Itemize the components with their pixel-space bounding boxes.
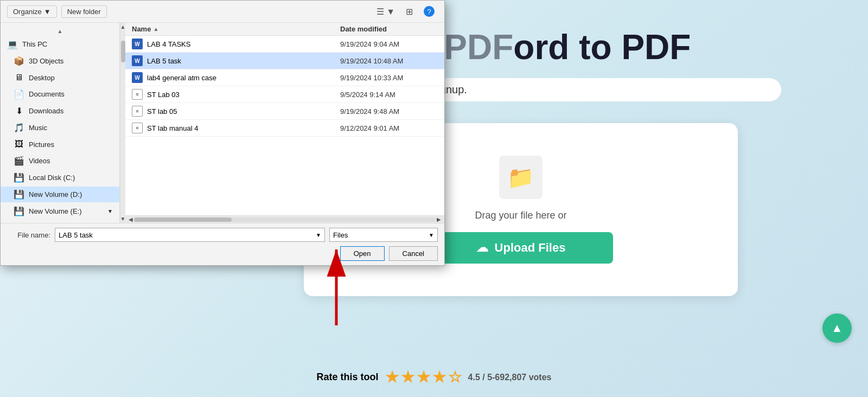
sidebar-scroll-up[interactable]: ▲ xyxy=(1,27,119,35)
star-rating: ★ ★ ★ ★ ☆ xyxy=(385,368,462,386)
scroll-to-top-button[interactable]: ▲ xyxy=(822,313,852,343)
sidebar-label-desktop: Desktop xyxy=(29,74,55,82)
new-volume-e-icon: 💾 xyxy=(14,206,24,216)
upload-cloud-icon: ☁ xyxy=(476,241,488,255)
file-date-st-lab-03: 9/5/2024 9:14 AM xyxy=(340,91,438,99)
organize-button[interactable]: Organize ▼ xyxy=(7,5,57,18)
sidebar-item-desktop[interactable]: 🖥 Desktop xyxy=(1,70,119,85)
dialog-filelist: Name ▲ Date modified W LAB 4 TASKS 9/19/… xyxy=(125,23,444,223)
filename-dropdown-arrow: ▼ xyxy=(316,232,321,238)
pane-icon: ⊞ xyxy=(406,7,413,17)
pane-button[interactable]: ⊞ xyxy=(403,4,416,19)
filetype-value: Files xyxy=(333,231,348,239)
videos-icon: 🎬 xyxy=(14,156,24,166)
sidebar-vscroll-up[interactable]: ▲ xyxy=(120,24,126,30)
text-icon-st-lab-manual-4: ≡ xyxy=(132,123,143,133)
sidebar-vscroll-down[interactable]: ▼ xyxy=(120,216,126,222)
file-name-lab5-task: LAB 5 task xyxy=(147,57,340,65)
help-button[interactable]: ? xyxy=(420,4,438,19)
filetype-select[interactable]: Files ▼ xyxy=(329,228,438,242)
file-row-lab5-task[interactable]: W LAB 5 task 9/19/2024 10:48 AM xyxy=(125,53,444,69)
sidebar-item-local-disk-c[interactable]: 💾 Local Disk (C:) xyxy=(1,170,119,185)
sidebar-vscroll-thumb[interactable] xyxy=(121,41,125,62)
sidebar-label-new-volume-e: New Volume (E:) xyxy=(29,207,82,215)
sidebar-item-music[interactable]: 🎵 Music xyxy=(1,120,119,136)
sidebar-label-downloads: Downloads xyxy=(29,107,63,115)
cancel-button[interactable]: Cancel xyxy=(389,246,438,261)
file-date-lab4-general: 9/19/2024 10:33 AM xyxy=(340,74,438,82)
file-name-st-lab-manual-4: ST lab manual 4 xyxy=(147,124,340,132)
filetype-dropdown-arrow: ▼ xyxy=(429,232,434,238)
sidebar-item-3d-objects[interactable]: 📦 3D Objects xyxy=(1,53,119,69)
filelist-header: Name ▲ Date modified xyxy=(125,23,444,36)
sidebar-expand-icon: ▼ xyxy=(107,208,113,214)
filename-row: File name: LAB 5 task ▼ Files ▼ xyxy=(7,228,438,242)
star-4: ★ xyxy=(432,368,446,386)
help-icon: ? xyxy=(424,6,435,17)
filename-label: File name: xyxy=(7,231,50,239)
dialog-sidebar: ▲ 💻 This PC 📦 3D Objects 🖥 Desktop 📄 Doc… xyxy=(1,23,120,223)
sidebar-item-this-pc[interactable]: 💻 This PC xyxy=(1,36,119,52)
downloads-icon: ⬇ xyxy=(14,106,24,116)
sidebar-label-local-disk-c: Local Disk (C:) xyxy=(29,174,75,182)
h-scroll-thumb[interactable] xyxy=(134,217,232,222)
sidebar-label-videos: Videos xyxy=(29,157,50,165)
filename-input-value: LAB 5 task xyxy=(59,231,93,239)
sidebar-item-new-volume-e[interactable]: 💾 New Volume (E:) ▼ xyxy=(1,203,119,219)
star-3: ★ xyxy=(417,368,430,386)
h-scroll-right[interactable]: ▶ xyxy=(436,216,442,222)
horizontal-scrollbar: ◀ ▶ xyxy=(125,215,444,223)
view-list-icon: ☰ ▼ xyxy=(376,7,395,17)
upload-files-button[interactable]: ☁ Upload Files xyxy=(429,232,613,264)
file-name-st-lab-05: ST lab 05 xyxy=(147,107,340,116)
file-open-dialog: Organize ▼ New folder ☰ ▼ ⊞ ? ▲ 💻 xyxy=(0,0,445,266)
file-name-lab4-general: lab4 general atm case xyxy=(147,74,340,82)
dialog-toolbar: Organize ▼ New folder ☰ ▼ ⊞ ? xyxy=(1,1,444,23)
file-icon-decoration: 📁 xyxy=(499,156,542,199)
word-icon-lab4-general: W xyxy=(132,72,143,83)
sidebar-wrapper: ▲ 💻 This PC 📦 3D Objects 🖥 Desktop 📄 Doc… xyxy=(1,23,125,223)
sidebar-item-videos[interactable]: 🎬 Videos xyxy=(1,153,119,169)
text-icon-st-lab-03: ≡ xyxy=(132,89,143,100)
this-pc-icon: 💻 xyxy=(7,39,18,49)
sort-arrow-icon: ▲ xyxy=(153,26,158,32)
new-folder-button[interactable]: New folder xyxy=(61,5,107,18)
sidebar-label-pictures: Pictures xyxy=(29,140,54,149)
file-row-st-lab-03[interactable]: ≡ ST Lab 03 9/5/2024 9:14 AM xyxy=(125,86,444,103)
text-icon-st-lab-05: ≡ xyxy=(132,106,143,117)
sidebar-item-downloads[interactable]: ⬇ Downloads xyxy=(1,103,119,119)
sidebar-label-new-volume-d: New Volume (D:) xyxy=(29,190,82,198)
file-date-lab4-tasks: 9/19/2024 9:04 AM xyxy=(340,40,438,48)
rate-label: Rate this tool xyxy=(317,372,379,383)
sidebar-item-pictures[interactable]: 🖼 Pictures xyxy=(1,137,119,152)
star-5-half: ☆ xyxy=(448,368,462,386)
sidebar-label-this-pc: This PC xyxy=(22,40,47,48)
sidebar-label-3d-objects: 3D Objects xyxy=(29,57,63,65)
filelist-body: W LAB 4 TASKS 9/19/2024 9:04 AM W LAB 5 … xyxy=(125,36,444,215)
dialog-bottom: File name: LAB 5 task ▼ Files ▼ Open Can… xyxy=(1,223,444,265)
desktop-icon: 🖥 xyxy=(14,73,24,82)
star-1: ★ xyxy=(385,368,399,386)
rating-value: 4.5 / 5-692,807 votes xyxy=(468,373,552,382)
file-row-lab4-general[interactable]: W lab4 general atm case 9/19/2024 10:33 … xyxy=(125,69,444,86)
col-header-date: Date modified xyxy=(340,25,438,33)
sidebar-item-new-volume-d[interactable]: 💾 New Volume (D:) xyxy=(1,187,119,202)
file-date-st-lab-manual-4: 9/12/2024 9:01 AM xyxy=(340,124,438,132)
file-row-st-lab-manual-4[interactable]: ≡ ST lab manual 4 9/12/2024 9:01 AM xyxy=(125,120,444,137)
word-icon-lab5-task: W xyxy=(132,55,143,66)
h-scroll-left[interactable]: ◀ xyxy=(127,216,134,222)
3d-objects-icon: 📦 xyxy=(14,56,24,66)
sidebar-label-music: Music xyxy=(29,124,47,132)
chevron-up-icon: ▲ xyxy=(831,321,843,335)
view-toggle-button[interactable]: ☰ ▼ xyxy=(373,4,398,19)
file-row-st-lab-05[interactable]: ≡ ST lab 05 9/19/2024 9:48 AM xyxy=(125,103,444,120)
dialog-actions: Open Cancel xyxy=(7,246,438,261)
new-volume-d-icon: 💾 xyxy=(14,189,24,200)
open-button[interactable]: Open xyxy=(340,246,385,261)
filename-input-container[interactable]: LAB 5 task ▼ xyxy=(55,228,325,242)
sidebar-item-documents[interactable]: 📄 Documents xyxy=(1,86,119,102)
drag-text: Drag your file here or xyxy=(475,210,566,221)
organize-arrow-icon: ▼ xyxy=(44,8,51,16)
music-icon: 🎵 xyxy=(14,123,24,133)
file-row-lab4-tasks[interactable]: W LAB 4 TASKS 9/19/2024 9:04 AM xyxy=(125,36,444,53)
